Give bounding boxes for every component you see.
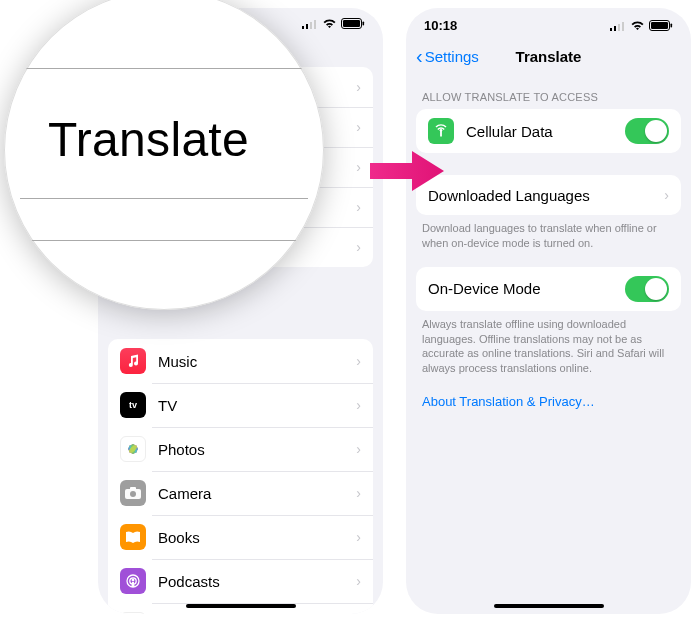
chevron-right-icon: › — [356, 397, 361, 413]
cellular-toggle[interactable] — [625, 118, 669, 144]
svg-point-20 — [132, 579, 135, 582]
ondevice-mode-row[interactable]: On-Device Mode — [416, 267, 681, 311]
music-icon — [120, 348, 146, 374]
settings-item-label: Podcasts — [158, 573, 344, 590]
arrow-annotation — [368, 148, 446, 198]
home-indicator[interactable] — [186, 604, 296, 608]
row-label: Downloaded Languages — [428, 187, 652, 204]
settings-item-label: Music — [158, 353, 344, 370]
downloaded-group: Downloaded Languages › — [416, 175, 681, 215]
svg-rect-30 — [622, 22, 624, 31]
podcasts-icon — [120, 568, 146, 594]
settings-item-tv[interactable]: tv TV › — [108, 383, 373, 427]
row-label: Cellular Data — [466, 123, 613, 140]
home-indicator[interactable] — [494, 604, 604, 608]
status-time: 10:18 — [424, 18, 457, 33]
nav-bar: ‹ Settings Translate — [406, 37, 691, 75]
magnified-row-label: Translate — [48, 112, 249, 167]
status-bar: 10:18 — [406, 8, 691, 37]
svg-rect-6 — [363, 22, 365, 26]
svg-rect-28 — [614, 26, 616, 31]
chevron-right-icon: › — [356, 573, 361, 589]
chevron-right-icon: › — [664, 187, 669, 203]
svg-point-35 — [440, 129, 443, 132]
privacy-link[interactable]: About Translation & Privacy… — [406, 376, 691, 427]
page-title: Translate — [516, 48, 582, 65]
svg-rect-3 — [314, 20, 316, 29]
downloaded-footer: Download languages to translate when off… — [406, 215, 691, 251]
settings-item-books[interactable]: Books › — [108, 515, 373, 559]
svg-rect-2 — [310, 22, 312, 29]
svg-rect-32 — [651, 22, 668, 29]
chevron-right-icon: › — [356, 353, 361, 369]
camera-icon — [120, 480, 146, 506]
status-icons — [610, 20, 673, 31]
settings-item-label: TV — [158, 397, 344, 414]
svg-rect-16 — [130, 487, 136, 490]
settings-item-label: Photos — [158, 441, 344, 458]
chevron-right-icon: › — [356, 485, 361, 501]
settings-item-music[interactable]: Music › — [108, 339, 373, 383]
back-button[interactable]: ‹ Settings — [416, 45, 479, 68]
svg-rect-33 — [671, 24, 673, 28]
settings-item-photos[interactable]: Photos › — [108, 427, 373, 471]
row-label: On-Device Mode — [428, 280, 613, 297]
section-header-allow: ALLOW TRANSLATE TO ACCESS — [406, 75, 691, 109]
settings-item-podcasts[interactable]: Podcasts › — [108, 559, 373, 603]
photos-icon — [120, 436, 146, 462]
chevron-right-icon: › — [356, 441, 361, 457]
svg-rect-1 — [306, 24, 308, 29]
translate-settings-screen: 10:18 ‹ Settings Translate ALLOW TRANSLA… — [406, 8, 691, 614]
cellular-data-row[interactable]: Cellular Data — [416, 109, 681, 153]
settings-item-label: Books — [158, 529, 344, 546]
settings-item-label: Camera — [158, 485, 344, 502]
media-apps-group: Music › tv TV › — [108, 339, 373, 614]
cellular-icon — [428, 118, 454, 144]
chevron-right-icon: › — [356, 529, 361, 545]
books-icon — [120, 524, 146, 550]
settings-item-camera[interactable]: Camera › — [108, 471, 373, 515]
gamecenter-icon — [120, 612, 146, 614]
downloaded-languages-row[interactable]: Downloaded Languages › — [416, 175, 681, 215]
ondevice-toggle[interactable] — [625, 276, 669, 302]
ondevice-group: On-Device Mode — [416, 267, 681, 311]
svg-rect-27 — [610, 28, 612, 31]
chevron-left-icon: ‹ — [416, 45, 423, 68]
ondevice-footer: Always translate offline using downloade… — [406, 311, 691, 376]
back-label: Settings — [425, 48, 479, 65]
svg-point-17 — [130, 491, 136, 497]
svg-rect-5 — [343, 20, 360, 27]
tv-icon: tv — [120, 392, 146, 418]
status-icons — [302, 18, 365, 29]
svg-rect-0 — [302, 26, 304, 29]
svg-rect-29 — [618, 24, 620, 31]
magnifier-callout: › Translate — [4, 0, 324, 310]
allow-access-group: Cellular Data — [416, 109, 681, 153]
